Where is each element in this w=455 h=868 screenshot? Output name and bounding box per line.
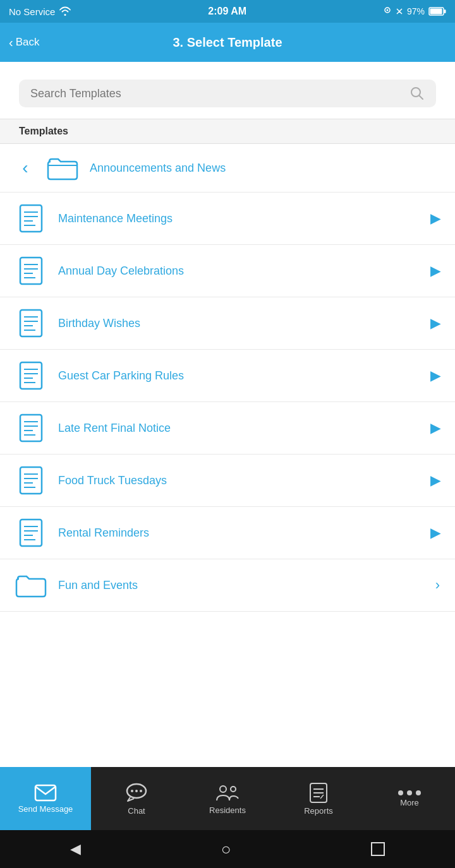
svg-point-44: [131, 790, 133, 792]
residents-icon: [214, 783, 241, 803]
status-right: 97%: [383, 6, 446, 16]
template-name: Maintenance Meetings: [58, 212, 419, 225]
bottom-nav: Send Message Chat Residents Re: [0, 767, 455, 830]
template-list: ‹ Announcements and News Maintenance Mee…: [0, 144, 455, 612]
carrier-text: No Service: [9, 6, 55, 17]
svg-line-6: [420, 96, 423, 100]
list-item[interactable]: Guest Car Parking Rules ▶: [0, 350, 455, 402]
nav-more-label: More: [400, 798, 419, 807]
list-item[interactable]: Annual Day Celebrations ▶: [0, 245, 455, 297]
template-name: Rental Reminders: [58, 526, 419, 540]
svg-point-47: [220, 786, 226, 792]
nav-residents-label: Residents: [209, 806, 246, 815]
back-chevron-icon: ‹: [9, 36, 13, 49]
more-dots-icon: [398, 790, 421, 795]
nav-chat-label: Chat: [128, 806, 145, 816]
page-header: ‹ Back 3. Select Template: [0, 23, 455, 62]
status-bar: No Service 2:09 AM 97%: [0, 0, 455, 23]
subfolder-icon: [15, 569, 47, 601]
status-time: 2:09 AM: [208, 6, 246, 17]
list-item[interactable]: Birthday Wishes ▶: [0, 297, 455, 350]
recents-system-button[interactable]: [371, 842, 385, 856]
nav-item-chat[interactable]: Chat: [91, 767, 182, 830]
list-item[interactable]: Maintenance Meetings ▶: [0, 193, 455, 245]
status-left: No Service: [9, 6, 71, 17]
chevron-right-icon: ▶: [430, 473, 440, 488]
svg-line-53: [320, 795, 324, 799]
svg-rect-22: [20, 362, 42, 389]
system-nav-bar: ◀ ○: [0, 830, 455, 868]
chevron-right-icon: ▶: [430, 368, 440, 383]
list-item[interactable]: Fun and Events ›: [0, 559, 455, 612]
back-system-button[interactable]: ◀: [70, 841, 81, 857]
location-icon: [383, 6, 392, 16]
template-name: Annual Day Celebrations: [58, 265, 419, 278]
list-item[interactable]: Rental Reminders ▶: [0, 507, 455, 559]
search-area: [0, 62, 455, 119]
template-doc-icon: [15, 465, 47, 496]
template-name: Food Truck Tuesdays: [58, 474, 419, 487]
template-name: Fun and Events: [58, 579, 424, 592]
back-label: Back: [16, 36, 40, 49]
nav-item-send-message[interactable]: Send Message: [0, 767, 91, 830]
chevron-right-icon: ▶: [430, 211, 440, 226]
template-name: Birthday Wishes: [58, 317, 419, 330]
chevron-right-icon: ▶: [430, 525, 440, 540]
template-name: Late Rent Final Notice: [58, 422, 419, 435]
section-header: Templates: [0, 119, 455, 144]
page-title: 3. Select Template: [173, 35, 282, 50]
list-item[interactable]: Late Rent Final Notice ▶: [0, 402, 455, 455]
home-system-button[interactable]: ○: [221, 840, 231, 859]
svg-rect-37: [20, 520, 42, 546]
nav-item-residents[interactable]: Residents: [182, 767, 273, 830]
svg-rect-42: [35, 785, 56, 800]
chevron-right-icon: ›: [435, 577, 440, 593]
bluetooth-icon: [396, 6, 403, 16]
folder-header-row[interactable]: ‹ Announcements and News: [0, 144, 455, 193]
back-button[interactable]: ‹ Back: [9, 36, 39, 49]
chevron-right-icon: ▶: [430, 316, 440, 331]
wifi-icon: [59, 6, 71, 16]
svg-rect-17: [20, 310, 42, 336]
svg-rect-27: [20, 415, 42, 441]
nav-item-reports[interactable]: Reports: [273, 767, 364, 830]
search-input[interactable]: [30, 87, 403, 100]
svg-point-45: [135, 790, 138, 792]
template-doc-icon: [15, 412, 47, 444]
send-message-icon: [34, 784, 57, 802]
template-doc-icon: [15, 307, 47, 339]
folder-open-icon: [47, 155, 78, 181]
svg-rect-3: [430, 9, 442, 15]
svg-rect-7: [20, 205, 42, 232]
template-doc-icon: [15, 360, 47, 391]
template-name: Guest Car Parking Rules: [58, 369, 419, 383]
list-item[interactable]: Food Truck Tuesdays ▶: [0, 455, 455, 507]
search-box[interactable]: [19, 80, 436, 107]
nav-send-message-label: Send Message: [18, 804, 73, 814]
svg-rect-4: [444, 9, 446, 13]
folder-back-icon[interactable]: ‹: [15, 158, 35, 178]
chevron-right-icon: ▶: [430, 420, 440, 436]
nav-item-more[interactable]: More: [364, 767, 455, 830]
template-doc-icon: [15, 255, 47, 287]
svg-rect-12: [20, 258, 42, 284]
reports-icon: [308, 782, 329, 804]
template-doc-icon: [15, 517, 47, 549]
battery-icon: [428, 7, 446, 16]
search-icon: [410, 86, 425, 101]
folder-header-name: Announcements and News: [90, 162, 226, 175]
svg-point-48: [231, 787, 236, 792]
chevron-right-icon: ▶: [430, 263, 440, 278]
battery-text: 97%: [407, 6, 425, 16]
chat-icon: [125, 782, 148, 804]
svg-point-1: [386, 9, 388, 11]
svg-rect-32: [20, 467, 42, 494]
nav-reports-label: Reports: [304, 806, 333, 816]
svg-point-46: [140, 790, 142, 792]
template-doc-icon: [15, 203, 47, 234]
